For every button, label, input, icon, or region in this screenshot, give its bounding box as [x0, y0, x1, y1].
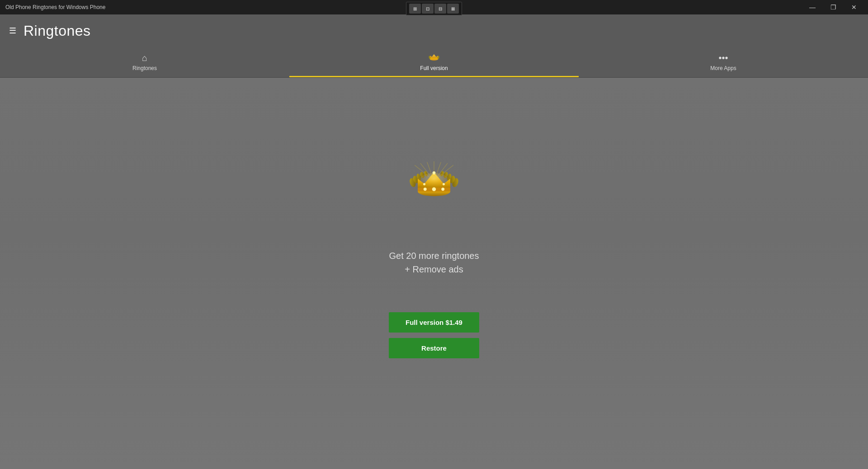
main-content: Get 20 more ringtones + Remove ads Full … [0, 78, 868, 469]
nav-item-full-version[interactable]: Full version [289, 47, 579, 77]
full-version-button[interactable]: Full version $1.49 [389, 312, 479, 333]
title-bar-text: Old Phone Ringtones for Windows Phone [5, 4, 105, 10]
nav-label-full-version: Full version [420, 65, 448, 71]
app-title: Ringtones [24, 23, 91, 39]
nav-label-more-apps: More Apps [710, 65, 736, 71]
crown-emblem [407, 161, 461, 204]
svg-point-31 [418, 173, 450, 192]
window-controls: — ❐ ✕ [802, 0, 864, 14]
restore-button[interactable]: Restore [389, 338, 479, 358]
nav-bar: ⌂ Ringtones [0, 47, 868, 78]
crown-nav-icon [429, 53, 439, 63]
nav-item-ringtones[interactable]: ⌂ Ringtones [0, 47, 289, 77]
promo-description: Get 20 more ringtones + Remove ads [389, 249, 479, 276]
hamburger-icon[interactable]: ☰ [9, 26, 16, 36]
svg-rect-4 [430, 58, 438, 59]
toolbar-icon-3[interactable]: ⊟ [434, 4, 446, 14]
toolbar-overlay: ⊞ ⊡ ⊟ ⊠ [406, 2, 462, 15]
toolbar-icon-4[interactable]: ⊠ [447, 4, 459, 14]
more-apps-icon: ••• [718, 53, 728, 63]
minimize-button[interactable]: — [802, 0, 823, 14]
app-header: ☰ Ringtones [0, 14, 868, 47]
close-button[interactable]: ✕ [844, 0, 864, 14]
home-icon: ⌂ [142, 53, 147, 63]
toolbar-icon-2[interactable]: ⊡ [422, 4, 434, 14]
nav-item-more-apps[interactable]: ••• More Apps [579, 47, 868, 77]
toolbar-icon-1[interactable]: ⊞ [409, 4, 421, 14]
promo-line-1: Get 20 more ringtones [389, 249, 479, 263]
restore-button[interactable]: ❐ [823, 0, 844, 14]
title-bar: Old Phone Ringtones for Windows Phone ⊞ … [0, 0, 868, 14]
nav-label-ringtones: Ringtones [132, 65, 157, 71]
promo-line-2: + Remove ads [389, 263, 479, 276]
buttons-container: Full version $1.49 Restore [389, 312, 479, 358]
